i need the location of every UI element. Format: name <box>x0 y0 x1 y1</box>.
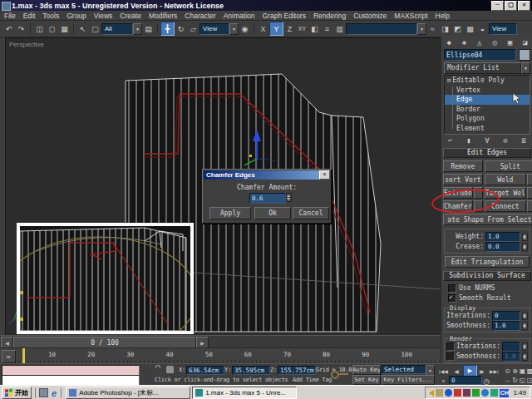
restrict-z-button[interactable]: Z <box>283 22 296 35</box>
stack-item-editable-poly[interactable]: ⊟ Editable Poly <box>445 76 530 86</box>
tray-icon-5[interactable] <box>472 389 480 397</box>
crease-spinner[interactable] <box>522 243 528 251</box>
volume-icon[interactable] <box>429 390 434 397</box>
select-object-icon[interactable]: ↖ <box>76 22 89 35</box>
current-frame-field[interactable]: 0 <box>449 376 482 385</box>
extrude-button[interactable]: Extrude <box>443 187 473 199</box>
edit-triangulation-button[interactable]: Edit Triangulation <box>445 256 530 268</box>
stack-item-element[interactable]: Element <box>445 124 530 134</box>
dialog-title-bar[interactable]: Chamfer Edges <box>204 170 330 180</box>
auto-key-button[interactable]: Auto Key <box>352 365 381 375</box>
modifier-list-dropdown[interactable]: Modifier List <box>444 62 521 74</box>
weld-settings-button[interactable] <box>527 174 532 185</box>
mirror-icon[interactable]: ◧ <box>308 22 321 35</box>
show-desktop-icon[interactable] <box>39 388 48 397</box>
render-smoothness-spinner[interactable] <box>522 352 528 361</box>
display-smoothness-field[interactable]: 1.0 <box>492 321 520 331</box>
edit-edges-rollout-header[interactable]: Edit Edges <box>443 148 531 158</box>
target-weld-settings-button[interactable] <box>527 187 532 199</box>
absolute-mode-icon[interactable] <box>166 366 174 373</box>
align-icon[interactable]: ≡ <box>321 22 333 35</box>
menu-group[interactable]: Group <box>66 12 86 20</box>
chamfer-amount-field[interactable]: 0.6 <box>249 193 286 204</box>
select-and-scale-icon[interactable]: ▱ <box>187 22 200 35</box>
connect-settings-button[interactable] <box>527 200 532 212</box>
object-color-swatch[interactable] <box>519 49 530 61</box>
selection-filter-arrow-icon[interactable]: ▼ <box>133 23 142 35</box>
weight-field[interactable]: 1.0 <box>485 232 520 242</box>
render-iterations-field[interactable] <box>502 342 520 352</box>
select-and-move-icon[interactable]: ╋ <box>160 22 175 36</box>
chamfer-amount-spinner[interactable] <box>286 193 292 202</box>
stack-item-polygon[interactable]: Polygon <box>445 114 530 124</box>
render-smoothness-checkbox[interactable] <box>446 352 455 361</box>
render-iterations-checkbox[interactable] <box>446 342 455 351</box>
menu-edit[interactable]: Edit <box>23 12 36 20</box>
menu-tools[interactable]: Tools <box>42 12 59 20</box>
weld-button[interactable]: Weld <box>485 174 526 185</box>
menu-rendering[interactable]: Rendering <box>313 12 346 20</box>
internet-explorer-icon[interactable]: e <box>52 388 57 398</box>
display-tab-icon[interactable]: ▣ <box>508 38 512 47</box>
render-scene-icon[interactable]: ▩ <box>464 22 476 35</box>
menu-create[interactable]: Create <box>120 12 141 20</box>
render-smoothness-field[interactable]: 1.0 <box>502 352 520 362</box>
tray-icon-1[interactable] <box>436 389 443 397</box>
tray-icon-2[interactable] <box>445 389 452 397</box>
display-smoothness-spinner[interactable] <box>522 322 528 330</box>
minimize-button[interactable]: ─ <box>491 1 504 11</box>
make-unique-icon[interactable]: ∀ <box>485 136 489 145</box>
quick-render-icon[interactable]: ◒ <box>476 22 489 35</box>
tray-icon-3[interactable] <box>454 389 461 397</box>
apply-button[interactable]: Apply <box>209 207 251 219</box>
insert-vertex-button[interactable]: sert Vert <box>443 174 483 185</box>
pin-stack-icon[interactable]: ⌐ <box>448 136 452 145</box>
restrict-y-button[interactable]: Y <box>269 22 283 36</box>
key-filters-button[interactable]: Key Filters... <box>382 375 435 385</box>
undo-icon[interactable]: ↶ <box>2 22 15 35</box>
x-coord-field[interactable]: 636.54cm <box>186 366 224 375</box>
menu-customize[interactable]: Customize <box>353 12 387 20</box>
subdivision-surface-rollout-header[interactable]: Subdivision Surface <box>443 271 531 281</box>
chamfer-button[interactable]: Chamfer <box>443 200 473 212</box>
selection-filter-dropdown[interactable]: All <box>101 23 133 35</box>
language-indicator[interactable]: CH <box>500 389 509 397</box>
time-slider-handle[interactable]: 0 / 100 <box>13 337 196 348</box>
extrude-settings-button[interactable] <box>474 187 483 199</box>
ok-button[interactable]: Ok <box>254 207 291 219</box>
connect-button[interactable]: Connect <box>485 200 526 212</box>
coord-system-arrow-icon[interactable]: ▼ <box>229 23 239 35</box>
named-selection-arrow-icon[interactable]: ▼ <box>417 23 426 35</box>
menu-graph-editors[interactable]: Graph Editors <box>263 12 306 20</box>
display-iterations-spinner[interactable] <box>522 312 528 320</box>
selection-set-dropdown[interactable]: Selected <box>382 365 430 374</box>
use-nurms-checkbox[interactable] <box>448 284 456 293</box>
y-coord-field[interactable]: 35.595cm <box>232 366 270 375</box>
remove-modifier-icon[interactable]: ⊘ <box>503 136 507 145</box>
open-curve-editor-icon[interactable]: ≈ <box>426 22 439 35</box>
stack-item-edge[interactable]: Edge <box>445 95 530 105</box>
mini-curve-editor-button[interactable]: ≈ <box>2 350 16 363</box>
menu-character[interactable]: Character <box>185 12 215 20</box>
select-by-name-icon[interactable]: ▤ <box>142 22 155 35</box>
menu-animation[interactable]: Animation <box>224 12 255 20</box>
material-editor-icon[interactable]: ◩ <box>451 22 464 35</box>
dialog-close-icon[interactable]: × <box>319 170 330 180</box>
restrict-x-button[interactable]: X <box>257 22 269 35</box>
render-type-dropdown[interactable]: View <box>489 23 517 35</box>
display-iterations-field[interactable]: 0 <box>492 311 520 321</box>
crease-field[interactable]: 0.0 <box>485 242 520 252</box>
maximize-button[interactable]: ▢ <box>505 1 517 11</box>
track-bar[interactable]: ≈ 1020 3040 5060 7080 90100 <box>0 347 441 364</box>
stack-item-vertex[interactable]: Vertex <box>445 86 530 96</box>
z-coord-field[interactable]: 155.757cm <box>278 366 316 375</box>
remove-button[interactable]: Remove <box>443 160 483 172</box>
menu-modifiers[interactable]: Modifiers <box>149 12 177 20</box>
menu-file[interactable]: File <box>4 12 16 20</box>
configure-modifier-sets-icon[interactable]: ≣ <box>521 136 525 145</box>
object-name-field[interactable]: Ellipse04 <box>444 49 516 61</box>
select-and-rotate-icon[interactable]: ↻ <box>175 22 187 35</box>
frame-marker[interactable] <box>22 348 25 364</box>
show-end-result-icon[interactable]: ▮ <box>466 136 470 145</box>
reference-coordinate-system-dropdown[interactable]: View <box>200 23 229 35</box>
